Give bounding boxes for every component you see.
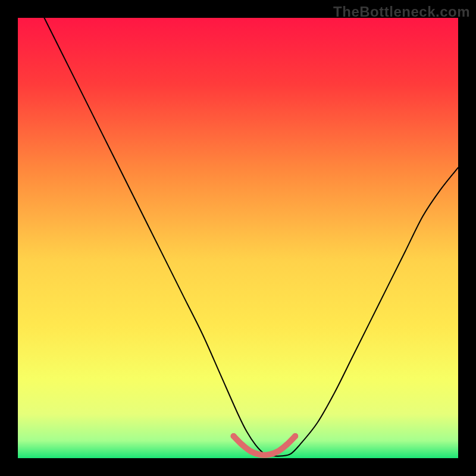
plot-area — [18, 18, 458, 458]
marker-dot — [231, 433, 237, 439]
curve-layer — [18, 18, 458, 458]
marker-dot — [275, 449, 281, 455]
marker-dot — [239, 442, 245, 448]
chart-frame: TheBottleneck.com — [0, 0, 476, 476]
marker-dot — [248, 449, 254, 455]
marker-dot — [283, 442, 289, 448]
marker-dot — [292, 433, 298, 439]
bottleneck-curve — [44, 18, 458, 456]
marker-dot — [266, 452, 272, 458]
watermark-text: TheBottleneck.com — [333, 4, 470, 20]
marker-dot — [257, 452, 263, 458]
